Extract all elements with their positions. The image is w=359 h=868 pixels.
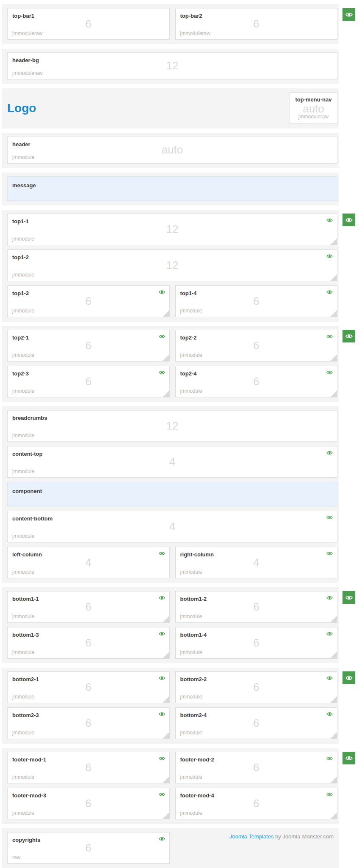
- resize-handle[interactable]: [163, 310, 169, 317]
- resize-handle[interactable]: [331, 813, 337, 819]
- eye-icon[interactable]: [159, 595, 165, 600]
- eye-icon[interactable]: [159, 792, 165, 797]
- position-block-breadcrumbs[interactable]: breadcrumbs12jmmodule: [7, 410, 337, 442]
- eye-icon[interactable]: [159, 676, 165, 681]
- row-visibility-button[interactable]: [342, 591, 355, 604]
- row-visibility-button[interactable]: [342, 752, 355, 764]
- row-visibility-button[interactable]: [342, 671, 355, 684]
- block-module-type: jmmodule: [12, 694, 34, 700]
- resize-handle[interactable]: [331, 696, 337, 703]
- position-block-top-bar2[interactable]: top-bar26jmmoduleraw: [175, 8, 338, 40]
- joomla-templates-link[interactable]: Joomla Templates: [229, 833, 274, 840]
- position-block-copyrights[interactable]: copyrights6raw: [7, 832, 170, 864]
- eye-icon[interactable]: [326, 712, 333, 717]
- position-block-top1-1[interactable]: top1-112jmmodule: [7, 214, 337, 245]
- position-block-content-bottom[interactable]: content-bottom4jmmodule: [7, 511, 337, 542]
- position-block-content-top[interactable]: content-top4jmmodule: [7, 446, 337, 478]
- block-grid-size: 6: [8, 601, 169, 612]
- position-block-top2-1[interactable]: top2-16jmmodule: [7, 330, 170, 361]
- block-grid-size: 12: [8, 420, 337, 431]
- eye-icon[interactable]: [159, 631, 165, 636]
- block-grid-size: 6: [8, 761, 169, 772]
- position-block-top-bar1[interactable]: top-bar16jmmoduleraw: [7, 8, 170, 40]
- eye-icon[interactable]: [326, 450, 333, 455]
- position-block-bottom2-2[interactable]: bottom2-26jmmodule: [175, 671, 338, 703]
- row-visibility-button[interactable]: [342, 214, 355, 226]
- position-block-footer-mod-4[interactable]: footer-mod-46jmmodule: [175, 788, 338, 819]
- block-module-type: jmmoduleraw: [180, 30, 210, 36]
- resize-handle[interactable]: [163, 696, 169, 703]
- eye-icon: [345, 595, 353, 600]
- block-grid-size: 6: [8, 375, 169, 386]
- eye-icon[interactable]: [326, 792, 333, 797]
- row-visibility-button[interactable]: [342, 8, 355, 21]
- eye-icon[interactable]: [159, 712, 165, 717]
- position-block-footer-mod-3[interactable]: footer-mod-36jmmodule: [7, 788, 170, 819]
- position-block-bottom1-4[interactable]: bottom1-46jmmodule: [175, 627, 338, 659]
- block-grid-size: 12: [8, 223, 337, 234]
- eye-icon[interactable]: [326, 254, 333, 259]
- eye-icon[interactable]: [326, 334, 333, 339]
- block-grid-size: 6: [8, 18, 169, 29]
- eye-icon[interactable]: [326, 218, 333, 223]
- eye-icon[interactable]: [326, 370, 333, 375]
- position-block-bottom2-1[interactable]: bottom2-16jmmodule: [7, 671, 170, 703]
- eye-icon[interactable]: [326, 676, 333, 681]
- position-block-top1-2[interactable]: top1-212jmmodule: [7, 249, 337, 281]
- position-block-bottom1-2[interactable]: bottom1-26jmmodule: [175, 591, 338, 623]
- eye-icon[interactable]: [326, 515, 333, 520]
- eye-icon[interactable]: [326, 290, 333, 295]
- position-block-top-menu-nav[interactable]: top-menu-navautojmmoduleraw: [290, 92, 337, 124]
- resize-handle[interactable]: [163, 652, 169, 658]
- resize-handle[interactable]: [163, 391, 169, 397]
- resize-handle[interactable]: [331, 274, 337, 281]
- row-header-bg: header-bg12jmmoduleraw: [2, 49, 339, 84]
- resize-handle[interactable]: [163, 355, 169, 361]
- row-visibility-button[interactable]: [342, 330, 355, 342]
- position-block-footer-mod-2[interactable]: footer-mod-26jmmodule: [175, 752, 338, 783]
- resize-handle[interactable]: [331, 652, 337, 658]
- eye-icon[interactable]: [159, 551, 165, 556]
- resize-handle[interactable]: [163, 777, 169, 783]
- position-block-top1-3[interactable]: top1-36jmmodule: [7, 285, 170, 317]
- position-block-footer-mod-1[interactable]: footer-mod-16jmmodule: [7, 752, 170, 783]
- position-block-header[interactable]: headerautojmmodule: [7, 137, 337, 164]
- eye-icon[interactable]: [159, 290, 165, 295]
- block-module-type: jmmodule: [180, 308, 202, 314]
- resize-handle[interactable]: [331, 310, 337, 317]
- eye-icon[interactable]: [159, 756, 165, 761]
- eye-icon[interactable]: [326, 551, 333, 556]
- position-block-message[interactable]: message: [7, 176, 337, 201]
- eye-icon[interactable]: [326, 595, 333, 600]
- resize-handle[interactable]: [163, 813, 169, 819]
- block-grid-size: 6: [176, 18, 337, 29]
- position-block-left-column[interactable]: left-column4jmmodule: [7, 547, 170, 578]
- resize-handle[interactable]: [331, 777, 337, 783]
- position-block-bottom2-3[interactable]: bottom2-36jmmodule: [7, 707, 170, 739]
- position-block-top2-3[interactable]: top2-36jmmodule: [7, 366, 170, 397]
- resize-handle[interactable]: [163, 732, 169, 739]
- position-block-right-column[interactable]: right-column4jmmodule: [175, 547, 338, 578]
- position-block-bottom1-3[interactable]: bottom1-36jmmodule: [7, 627, 170, 659]
- resize-handle[interactable]: [331, 732, 337, 739]
- position-block-top2-4[interactable]: top2-46jmmodule: [175, 366, 338, 397]
- resize-handle[interactable]: [331, 616, 337, 622]
- position-block-header-bg[interactable]: header-bg12jmmoduleraw: [7, 52, 337, 79]
- resize-handle[interactable]: [331, 391, 337, 397]
- block-module-type: jmmoduleraw: [12, 70, 42, 76]
- page: top-bar16jmmodulerawtop-bar26jmmoduleraw…: [0, 0, 359, 868]
- resize-handle[interactable]: [331, 238, 337, 245]
- position-block-bottom1-1[interactable]: bottom1-16jmmodule: [7, 591, 170, 623]
- resize-handle[interactable]: [163, 616, 169, 622]
- position-block-top1-4[interactable]: top1-46jmmodule: [175, 285, 338, 317]
- position-block-component[interactable]: component: [7, 482, 337, 507]
- eye-icon[interactable]: [159, 836, 165, 841]
- eye-icon[interactable]: [159, 370, 165, 375]
- position-block-bottom2-4[interactable]: bottom2-46jmmodule: [175, 707, 338, 739]
- position-block-top2-2[interactable]: top2-26jmmodule: [175, 330, 338, 361]
- eye-icon[interactable]: [326, 756, 333, 761]
- eye-icon[interactable]: [159, 334, 165, 339]
- row-message-blocks: message: [7, 176, 337, 201]
- eye-icon[interactable]: [326, 631, 333, 636]
- resize-handle[interactable]: [331, 355, 337, 361]
